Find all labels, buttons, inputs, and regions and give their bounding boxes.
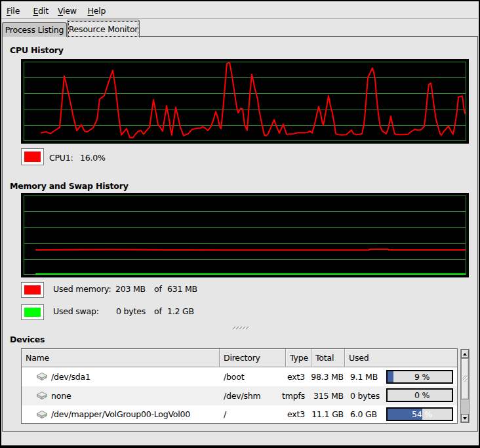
devices-table: Name Directory Type Total Used /dev/sda1…: [21, 348, 458, 424]
device-name: /dev/sda1: [51, 372, 90, 382]
harddisk-icon: [36, 410, 48, 419]
device-usage-progressbar: 54 %: [386, 407, 453, 421]
used-memory-value: 203 MB: [105, 284, 146, 294]
device-row-none[interactable]: none /dev/shm tmpfs 315 MB 0 bytes 0 %: [22, 386, 457, 405]
progressbar-label: 0 %: [392, 390, 452, 401]
cpu1-legend-label: CPU1:: [49, 153, 73, 163]
device-name: /dev/mapper/VolGroup00-LogVol00: [51, 409, 190, 419]
used-swap-total: 1.2 GB: [167, 306, 194, 316]
statusbar: [1, 432, 478, 445]
used-memory-of: of: [154, 284, 162, 294]
harddisk-icon: [36, 391, 48, 400]
tab-process-listing[interactable]: Process Listing: [2, 22, 67, 37]
progressbar-label: 9 %: [392, 371, 452, 382]
memory-history-title: Memory and Swap History: [10, 181, 129, 191]
menu-file[interactable]: File: [7, 5, 20, 16]
device-total-cell: 11.1 GB: [311, 405, 345, 424]
menu-edit-label: dit: [38, 6, 49, 16]
memory-swap-chart: [21, 193, 469, 277]
used-memory-label: Used memory:: [53, 284, 111, 294]
device-used-cell: 0 bytes 0 %: [345, 386, 456, 405]
scrollbar-grip-icon: [462, 375, 468, 382]
column-header-directory[interactable]: Directory: [220, 349, 286, 367]
menu-edit[interactable]: Edit: [33, 5, 49, 16]
scrollbar-thumb[interactable]: [461, 358, 469, 399]
device-directory-cell: /boot: [220, 367, 286, 386]
scrollbar-down-button[interactable]: [461, 414, 469, 422]
menubar: File Edit View Help: [1, 1, 478, 19]
used-memory-swatch-color: [24, 285, 41, 295]
used-swap-label: Used swap:: [53, 306, 99, 316]
used-swap-swatch-color: [24, 308, 41, 317]
used-memory-color-swatch: [21, 282, 44, 298]
device-name-cell: none: [22, 386, 220, 405]
device-directory-cell: /dev/shm: [220, 386, 286, 405]
menu-help-label: elp: [94, 6, 106, 16]
column-header-type[interactable]: Type: [286, 349, 311, 367]
column-header-used[interactable]: Used: [345, 349, 457, 367]
tab-process-listing-label: Process Listing: [5, 25, 64, 35]
device-usage-progressbar: 0 %: [386, 388, 453, 402]
menu-file-label: ile: [10, 6, 20, 16]
used-swap-color-swatch: [21, 304, 44, 320]
device-type-cell: ext3: [286, 405, 311, 424]
scrollbar-up-button[interactable]: [461, 350, 469, 358]
paned-resize-grip[interactable]: [232, 324, 249, 331]
column-header-name[interactable]: Name: [22, 349, 220, 367]
window-border: [0, 445, 480, 448]
device-name-cell: /dev/sda1: [22, 367, 220, 386]
window-border: [0, 0, 1, 448]
column-header-total[interactable]: Total: [311, 349, 345, 367]
device-type-cell: tmpfs: [286, 386, 311, 405]
notebook-border: [140, 36, 478, 37]
devices-title: Devices: [10, 335, 45, 344]
tab-focus-outline: [69, 22, 138, 36]
used-swap-value: 0 bytes: [105, 306, 146, 316]
memory-swap-plot: [24, 195, 466, 275]
device-usage-progressbar: 9 %: [386, 370, 453, 384]
harddisk-icon: [36, 372, 48, 381]
device-used-cell: 9.1 MB 9 %: [345, 367, 456, 386]
used-memory-total: 631 MB: [167, 284, 197, 294]
progressbar-label: 54 %: [392, 409, 452, 420]
cpu-history-chart: [21, 59, 469, 144]
device-used-value: 6.0 GB: [350, 409, 377, 419]
cpu1-legend-value: 16.0%: [80, 153, 106, 163]
device-name-cell: /dev/mapper/VolGroup00-LogVol00: [22, 405, 220, 424]
menu-help[interactable]: Help: [88, 5, 106, 16]
menu-view-mnemonic: V: [58, 6, 63, 16]
device-type-cell: ext3: [286, 367, 311, 386]
device-name: none: [51, 391, 71, 401]
device-directory-cell: /: [220, 405, 286, 424]
menu-view-label: iew: [63, 6, 77, 16]
device-used-value: 0 bytes: [350, 391, 380, 401]
device-total-cell: 98.3 MB: [311, 367, 345, 386]
notebook-border: [2, 36, 3, 432]
device-used-cell: 6.0 GB 54 %: [345, 405, 456, 424]
window-border: [0, 0, 480, 1]
cpu-history-plot: [24, 62, 466, 141]
device-row-sda1[interactable]: /dev/sda1 /boot ext3 98.3 MB 9.1 MB 9 %: [22, 367, 457, 386]
menu-help-mnemonic: H: [88, 6, 94, 16]
cpu1-swatch-color: [24, 152, 41, 162]
cpu1-color-swatch: [21, 148, 44, 165]
tab-resource-monitor[interactable]: Resource Monitor: [67, 20, 140, 37]
device-row-volgroup[interactable]: /dev/mapper/VolGroup00-LogVol00 / ext3 1…: [22, 405, 457, 424]
device-used-value: 9.1 MB: [350, 372, 378, 382]
arrow-down-icon: [463, 417, 467, 420]
menu-view[interactable]: View: [58, 5, 77, 16]
cpu-history-title: CPU History: [10, 45, 64, 55]
used-swap-of: of: [154, 306, 162, 316]
device-total-cell: 315 MB: [311, 386, 345, 405]
devices-table-header: Name Directory Type Total Used: [22, 349, 457, 367]
devices-scrollbar[interactable]: [460, 349, 470, 423]
system-monitor-window: File Edit View Help Process Listing Reso…: [0, 0, 480, 448]
arrow-up-icon: [463, 353, 467, 356]
